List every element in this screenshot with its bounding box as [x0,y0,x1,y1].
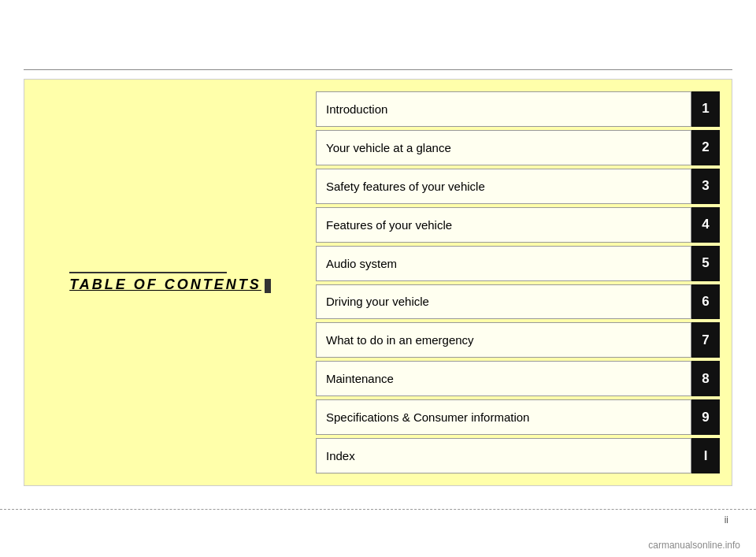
page-number: ii [724,514,728,525]
toc-entry-number: 6 [691,284,720,320]
toc-entry-number: 1 [691,91,720,127]
left-panel: TABLE OF CONTENTS [24,80,316,485]
toc-label-wrapper: TABLE OF CONTENTS [69,272,271,293]
toc-entry-number: 7 [691,322,720,358]
toc-title-text: TABLE OF CONTENTS [69,277,261,292]
toc-entry-number: 8 [691,361,720,396]
page-wrapper: TABLE OF CONTENTS Introduction1Your vehi… [0,0,756,557]
toc-entry-label: Maintenance [316,361,691,396]
toc-row[interactable]: Introduction1 [316,91,720,127]
top-rule [24,69,732,70]
toc-row[interactable]: Safety features of your vehicle3 [316,169,720,204]
toc-entry-number: I [691,438,720,473]
toc-row[interactable]: Specifications & Consumer information9 [316,399,720,435]
toc-entry-number: 3 [691,169,720,204]
toc-row[interactable]: IndexI [316,438,720,473]
watermark-text: carmanualsonline.info [648,540,740,551]
toc-entry-label: What to do in an emergency [316,322,691,358]
toc-row[interactable]: Driving your vehicle6 [316,284,720,320]
bottom-rule [0,509,756,510]
toc-title-label: TABLE OF CONTENTS [69,277,271,293]
toc-entry-label: Safety features of your vehicle [316,169,691,204]
toc-row[interactable]: Audio system5 [316,246,720,281]
main-content: TABLE OF CONTENTS Introduction1Your vehi… [24,79,732,486]
toc-entry-number: 2 [691,130,720,165]
toc-row[interactable]: Your vehicle at a glance2 [316,130,720,165]
toc-row[interactable]: Maintenance8 [316,361,720,396]
toc-entry-label: Your vehicle at a glance [316,130,691,165]
toc-underline [69,272,227,273]
toc-row[interactable]: What to do in an emergency7 [316,322,720,358]
toc-cursor [265,279,271,293]
toc-entry-label: Specifications & Consumer information [316,399,691,435]
toc-right-panel: Introduction1Your vehicle at a glance2Sa… [316,80,732,485]
toc-entry-label: Features of your vehicle [316,207,691,243]
toc-entry-number: 9 [691,399,720,435]
toc-row[interactable]: Features of your vehicle4 [316,207,720,243]
toc-entry-number: 4 [691,207,720,243]
toc-entry-label: Driving your vehicle [316,284,691,320]
toc-entry-label: Audio system [316,246,691,281]
toc-entry-label: Index [316,438,691,473]
toc-entry-label: Introduction [316,91,691,127]
toc-entry-number: 5 [691,246,720,281]
